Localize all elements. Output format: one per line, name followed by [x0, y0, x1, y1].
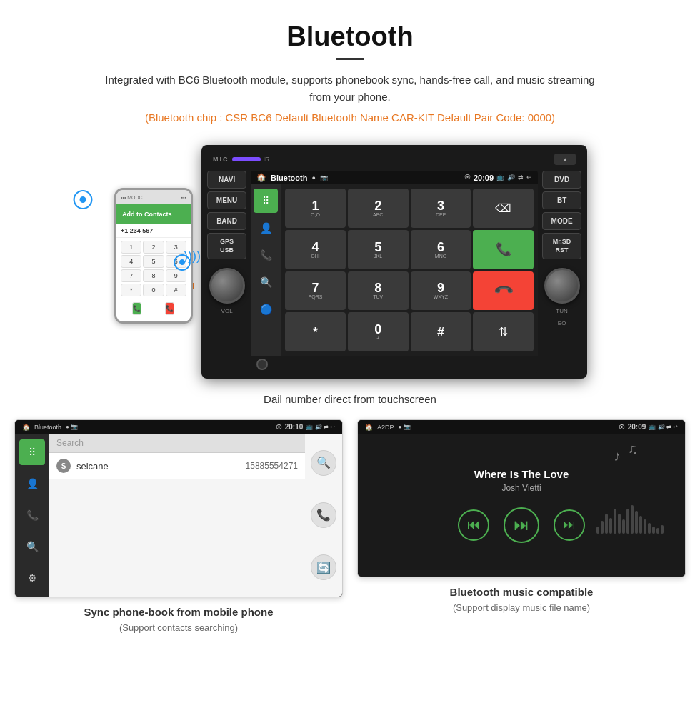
contacts-time: 20:10: [285, 423, 304, 431]
vis-bar-6: [618, 514, 621, 534]
dial-key-hash[interactable]: #: [411, 312, 471, 351]
search-circle-icon[interactable]: 🔍: [311, 450, 336, 476]
music-bt-icon: ⦿: [619, 424, 625, 431]
vis-bar-9: [631, 505, 634, 534]
dial-key-sort[interactable]: ⇅: [473, 312, 534, 351]
vis-bar-15: [656, 528, 659, 534]
search-bar[interactable]: Search: [49, 434, 305, 453]
contacts-icon[interactable]: 👤: [254, 216, 278, 240]
radio-right-buttons: DVD BT MODE Mr.SDRST TUN EQ: [542, 171, 581, 373]
contact-phone: 15885554271: [246, 461, 298, 471]
vis-bar-4: [609, 518, 612, 534]
phone-key-5[interactable]: 5: [143, 255, 164, 268]
phone-call-button[interactable]: 📞: [132, 302, 141, 315]
contact-avatar: S: [56, 459, 71, 473]
phone-endcall-button[interactable]: 📞: [165, 302, 174, 315]
contacts-dialpad-icon[interactable]: ⠿: [19, 439, 45, 465]
end-call-button[interactable]: 📞: [473, 271, 534, 311]
phone-bottom-row: 📞 📞: [116, 299, 191, 318]
back-icon[interactable]: ↩: [526, 174, 532, 182]
screen-time: 20:09: [474, 174, 494, 182]
contact-number: +1 234 567: [121, 227, 186, 234]
dvd-button[interactable]: DVD: [542, 171, 581, 189]
play-pause-button[interactable]: ⏭: [504, 507, 539, 543]
tuner-knob[interactable]: [544, 268, 580, 304]
contacts-person-icon[interactable]: 👤: [19, 471, 45, 497]
mrsd-rst-button[interactable]: Mr.SDRST: [542, 233, 581, 259]
contacts-caption-sub: (Support contacts searching): [119, 621, 238, 635]
music-controls: ⏮ ⏭ ⏭: [458, 507, 585, 543]
music-screen-title: A2DP: [377, 424, 394, 431]
radio-top-ir: MIC IR: [213, 156, 270, 163]
mode-button[interactable]: MODE: [542, 212, 581, 230]
contacts-body: ⠿ 👤 📞 🔍 ⚙ Search S seicane 15885554271: [15, 434, 342, 597]
bluetooth-specs: (Bluetooth chip : CSR BC6 Default Blueto…: [14, 111, 686, 124]
phone-key-7[interactable]: 7: [121, 269, 141, 282]
bluetooth-signal-icon: ⦿: [71, 188, 94, 214]
contacts-search-icon[interactable]: 🔍: [19, 534, 45, 559]
backspace-key[interactable]: ⌫: [473, 189, 534, 228]
call-log-icon[interactable]: 📞: [254, 243, 278, 267]
volume-knob[interactable]: [209, 268, 245, 304]
search-icon[interactable]: 🔍: [254, 270, 278, 294]
status-icons: ⦿ 20:09 📺 🔊 ⇄ ↩: [464, 174, 532, 182]
dial-key-2[interactable]: 2 ABC: [348, 189, 409, 228]
screen-status-left: 🏠 Bluetooth ● 📷: [256, 173, 328, 182]
menu-button[interactable]: MENU: [207, 191, 246, 209]
mic-label: MIC: [213, 156, 229, 163]
bt-button[interactable]: BT: [542, 191, 581, 209]
music-caption-sub: (Support display music file name): [453, 601, 590, 615]
dial-key-3[interactable]: 3 DEF: [411, 189, 471, 228]
gps-usb-button[interactable]: GPSUSB: [207, 233, 246, 259]
page-description: Integrated with BC6 Bluetooth module, su…: [100, 71, 600, 106]
vis-bar-2: [601, 521, 604, 534]
dialpad-area: ⠿ 👤 📞 🔍 🔵 1 O,o: [251, 184, 538, 356]
dial-key-star[interactable]: *: [285, 312, 346, 351]
music-body: ♪ ♫: [358, 434, 685, 577]
contact-row[interactable]: S seicane 15885554271: [49, 453, 305, 479]
contacts-screenshot: 🏠 Bluetooth ● 📷 ⦿ 20:10 📺 🔊 ⇄ ↩ ⠿ 👤 📞 🔍: [14, 419, 343, 597]
call-circle-icon[interactable]: 📞: [311, 502, 336, 528]
search-placeholder: Search: [56, 438, 84, 448]
phone-key-1[interactable]: 1: [121, 241, 141, 254]
next-button[interactable]: ⏭: [554, 509, 585, 541]
band-button[interactable]: BAND: [207, 212, 246, 230]
dial-key-7[interactable]: 7 PQRS: [285, 271, 346, 311]
refresh-circle-icon[interactable]: 🔄: [311, 554, 336, 580]
dial-key-6[interactable]: 6 MNO: [411, 230, 471, 269]
phone-key-star[interactable]: *: [121, 284, 141, 296]
dial-key-8[interactable]: 8 TUV: [348, 271, 409, 311]
vis-bar-12: [644, 519, 646, 534]
contacts-sidebar: ⠿ 👤 📞 🔍 ⚙: [15, 434, 49, 597]
contacts-section: 🏠 Bluetooth ● 📷 ⦿ 20:10 📺 🔊 ⇄ ↩ ⠿ 👤 📞 🔍: [14, 419, 343, 634]
phone-key-hash[interactable]: #: [166, 284, 186, 296]
contacts-caption-main: Sync phone-book from mobile phone: [84, 604, 273, 621]
phone-key-4[interactable]: 4: [121, 255, 141, 268]
dial-key-9[interactable]: 9 WXYZ: [411, 271, 471, 311]
phone-key-0[interactable]: 0: [143, 284, 164, 296]
vis-bar-16: [661, 525, 664, 534]
phone-key-2[interactable]: 2: [143, 241, 164, 254]
dial-key-0[interactable]: 0 +: [348, 312, 409, 351]
music-note-2: ♫: [628, 441, 639, 457]
contacts-list: Search S seicane 15885554271: [49, 434, 305, 597]
radio-main: NAVI MENU BAND GPSUSB VOL 🏠 Bluetooth ●: [207, 171, 581, 373]
prev-button[interactable]: ⏮: [458, 509, 489, 541]
video-icon: 📺: [496, 174, 504, 182]
contacts-settings-icon[interactable]: ⚙: [19, 565, 45, 591]
navi-button[interactable]: NAVI: [207, 171, 246, 189]
dial-key-4[interactable]: 4 GHI: [285, 230, 346, 269]
phone-key-8[interactable]: 8: [143, 269, 164, 282]
eject-button[interactable]: ▲: [554, 154, 576, 165]
home-icon[interactable]: 🏠: [256, 173, 266, 182]
power-button[interactable]: [256, 359, 268, 370]
main-section: ⦿ ••• MODC ▪▪▪ Add to Contacts +1 234 56…: [0, 145, 700, 386]
contacts-call-icon[interactable]: 📞: [19, 502, 45, 528]
call-button[interactable]: 📞: [473, 230, 534, 269]
music-section: 🏠 A2DP ● 📷 ⦿ 20:09 📺 🔊 ⇄ ↩ ♪ ♫: [357, 419, 686, 634]
dial-key-5[interactable]: 5 JKL: [348, 230, 409, 269]
dialpad-icon[interactable]: ⠿: [254, 189, 278, 213]
radio-bottom: [251, 356, 538, 373]
dial-key-1[interactable]: 1 O,o: [285, 189, 346, 228]
settings-icon[interactable]: 🔵: [254, 297, 278, 321]
